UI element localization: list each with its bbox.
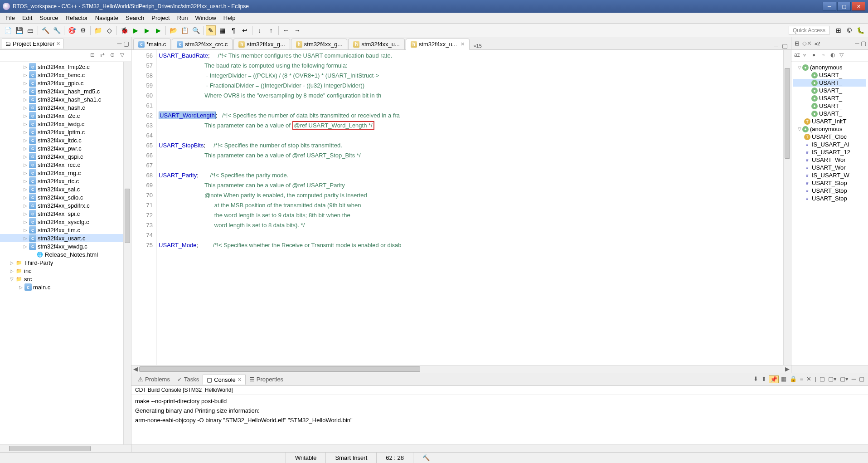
hide-fields-icon[interactable]: ▿ <box>803 52 811 60</box>
outline-item[interactable]: #USART_Wor <box>793 156 866 164</box>
tree-folder[interactable]: ▽📁src <box>0 275 131 283</box>
next-annotation-icon[interactable]: ↓ <box>255 25 265 35</box>
scroll-lock-icon[interactable]: ⬇ <box>752 375 759 383</box>
minimize-icon[interactable]: ─ <box>772 42 780 49</box>
more-views-icon[interactable]: »2 <box>813 39 821 48</box>
expand-icon[interactable]: ▷ <box>23 138 28 143</box>
new-icon[interactable]: 📄 <box>3 25 13 35</box>
expand-icon[interactable]: ▷ <box>23 81 28 86</box>
minimize-icon[interactable]: ─ <box>851 375 857 383</box>
hide-non-public-icon[interactable]: ○ <box>821 52 829 60</box>
open-type-icon[interactable]: 📂 <box>168 25 178 35</box>
maximize-button[interactable]: ▢ <box>837 2 851 11</box>
new-folder-icon[interactable]: 📁 <box>93 25 103 35</box>
tree-file[interactable]: ▷cstm32f4xx_usart.c <box>0 234 131 242</box>
outline-item[interactable]: #IS_USART_W <box>793 171 866 179</box>
toggle-word-wrap-icon[interactable]: ↩ <box>240 25 250 35</box>
tree-file[interactable]: ▷cstm32f4xx_fsmc.c <box>0 71 131 79</box>
expand-icon[interactable]: ▷ <box>23 162 28 167</box>
outline-item[interactable]: #IS_USART_Al <box>793 141 866 148</box>
close-icon[interactable]: ✕ <box>238 377 242 383</box>
tree-file[interactable]: ▷cstm32f4xx_tim.c <box>0 226 131 234</box>
scroll-left-icon[interactable]: ◀ <box>131 366 139 373</box>
expand-icon[interactable]: ▷ <box>23 228 28 233</box>
expand-icon[interactable]: ▷ <box>23 154 28 159</box>
config-icon[interactable]: ⚙ <box>78 25 88 35</box>
menu-navigate[interactable]: Navigate <box>92 13 122 23</box>
outline-item[interactable]: ●USART_ <box>793 87 866 94</box>
tree-file[interactable]: ▷cstm32f4xx_spdifrx.c <box>0 201 131 210</box>
outline-item[interactable]: ●USART_ <box>793 94 866 102</box>
bottom-tab-console[interactable]: ▢Console ✕ <box>203 375 246 385</box>
back-icon[interactable]: ← <box>281 25 291 35</box>
tree-file[interactable]: ▷cstm32f4xx_lptim.c <box>0 128 131 136</box>
tree-file[interactable]: ▷cmain.c <box>0 283 131 291</box>
code-content[interactable]: USART_BaudRate; /*!< This member configu… <box>157 50 783 365</box>
maximize-icon[interactable]: ▢ <box>858 375 865 383</box>
outline-item[interactable]: ●USART_ <box>793 110 866 117</box>
tree-file[interactable]: ▷cstm32f4xx_rcc.c <box>0 161 131 169</box>
expand-icon[interactable]: ▷ <box>23 97 28 102</box>
tree-file[interactable]: ▷cstm32f4xx_gpio.c <box>0 79 131 87</box>
tree-file[interactable]: ▷cstm32f4xx_rtc.c <box>0 177 131 185</box>
editor-hscrollbar[interactable]: ◀ ▶ <box>131 365 791 373</box>
open-perspective-icon[interactable]: ⊞ <box>834 25 844 35</box>
outline-item[interactable]: #USART_Wor <box>793 164 866 171</box>
pin-console-icon[interactable]: 📌 <box>769 375 779 383</box>
debug-perspective-icon[interactable]: 🐛 <box>855 25 865 35</box>
open-task-icon[interactable]: 📋 <box>179 25 189 35</box>
expand-icon[interactable]: ▷ <box>23 73 28 78</box>
expand-icon[interactable]: ▷ <box>23 171 28 175</box>
new-class-icon[interactable]: ◇ <box>104 25 114 35</box>
outline-item[interactable]: TUSART_InitT <box>793 117 866 125</box>
profile-icon[interactable]: ▶ <box>153 25 163 35</box>
close-button[interactable]: ✕ <box>852 2 865 11</box>
tree-file[interactable]: ▷cstm32f4xx_syscfg.c <box>0 218 131 226</box>
expand-icon[interactable]: ▷ <box>18 285 24 290</box>
tree-file[interactable]: ▷cstm32f4xx_hash_md5.c <box>0 87 131 95</box>
outline-close-icon[interactable]: ◇✕ <box>801 39 813 48</box>
bottom-tab-tasks[interactable]: ✓Tasks <box>174 375 203 384</box>
expand-icon[interactable]: ▷ <box>23 195 28 200</box>
expand-icon[interactable]: ▷ <box>23 64 28 69</box>
console-output[interactable]: make --no-print-directory post-buildGene… <box>131 395 868 444</box>
menu-refactor[interactable]: Refactor <box>62 13 92 23</box>
menu-window[interactable]: Window <box>192 13 220 23</box>
minimize-icon[interactable]: ─ <box>855 40 859 47</box>
bottom-tab-properties[interactable]: ☰Properties <box>246 375 287 384</box>
show-whitespace-icon[interactable]: ¶ <box>228 25 238 35</box>
expand-icon[interactable]: ▷ <box>23 219 28 224</box>
search-icon[interactable]: 🔍 <box>191 25 201 35</box>
expand-icon[interactable]: ▷ <box>23 187 28 192</box>
menu-run[interactable]: Run <box>174 13 192 23</box>
outline-item[interactable]: ▽●(anonymous <box>793 125 866 133</box>
tree-file[interactable]: ▷cstm32f4xx_wwdg.c <box>0 242 131 250</box>
tree-file[interactable]: ▷cstm32f4xx_qspi.c <box>0 152 131 161</box>
lock-icon[interactable]: 🔒 <box>789 375 798 383</box>
outline-item[interactable]: #USART_Stop <box>793 179 866 187</box>
toggle-mark-icon[interactable]: ✎ <box>206 25 216 35</box>
maximize-icon[interactable]: ▢ <box>861 40 866 47</box>
outline-item[interactable]: #USART_Stop <box>793 195 866 202</box>
editor-tab[interactable]: hstm32f4xx_u...✕ <box>406 39 470 50</box>
collapse-all-icon[interactable]: ⊟ <box>90 52 98 60</box>
expand-icon[interactable]: ▷ <box>23 179 28 184</box>
close-icon[interactable]: ✕ <box>56 41 60 47</box>
more-tabs-icon[interactable]: »15 <box>471 42 483 49</box>
tree-folder[interactable]: ▷📁Third-Party <box>0 258 131 267</box>
menu-source[interactable]: Source <box>36 13 62 23</box>
display-console-icon[interactable]: ▢▾ <box>839 375 849 383</box>
expand-icon[interactable]: ▷ <box>23 130 28 135</box>
status-build-icon[interactable]: 🔨 <box>413 453 439 463</box>
tree-file[interactable]: ▷cstm32f4xx_sdio.c <box>0 193 131 201</box>
menu-project[interactable]: Project <box>148 13 173 23</box>
toggle-block-icon[interactable]: ▦ <box>217 25 227 35</box>
editor-tab[interactable]: cstm32f4xx_crc.c <box>172 39 233 49</box>
filter-icon[interactable]: ◐ <box>830 52 839 60</box>
tree-file[interactable]: ▷cstm32f4xx_i2c.c <box>0 112 131 120</box>
outline-item[interactable]: ●USART_ <box>793 102 866 110</box>
c-perspective-icon[interactable]: © <box>844 25 854 35</box>
maximize-icon[interactable]: ▢ <box>781 42 789 49</box>
scroll-right-icon[interactable]: ▶ <box>783 366 791 373</box>
tree-file[interactable]: ▷cstm32f4xx_hash.c <box>0 103 131 112</box>
